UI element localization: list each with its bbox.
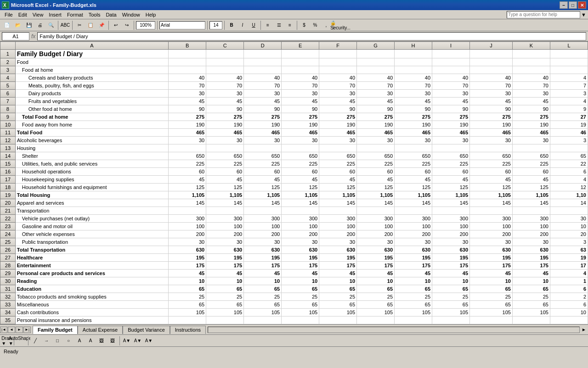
- col-header-l[interactable]: L: [550, 42, 588, 50]
- cell-value[interactable]: 650: [282, 152, 319, 160]
- cell-value[interactable]: 190: [470, 121, 513, 129]
- cell-value[interactable]: 45: [319, 270, 357, 277]
- cell-value[interactable]: 175: [357, 262, 395, 270]
- cell-value[interactable]: 4: [550, 270, 588, 277]
- cell-value[interactable]: [432, 144, 470, 152]
- cell-value[interactable]: 30: [357, 90, 395, 98]
- cell-value[interactable]: 70: [512, 82, 550, 90]
- cell-label[interactable]: Household operations: [15, 168, 168, 176]
- cell-label[interactable]: Total Food at home: [15, 113, 168, 121]
- close-button[interactable]: ✕: [578, 1, 586, 9]
- cell-value[interactable]: 70: [432, 82, 470, 90]
- wordart-tool[interactable]: A: [85, 336, 96, 345]
- cell-value[interactable]: [319, 50, 357, 58]
- cell-value[interactable]: 145: [357, 199, 395, 207]
- cell-value[interactable]: 145: [512, 199, 550, 207]
- menu-help[interactable]: Help: [143, 11, 159, 18]
- cell-value[interactable]: 190: [395, 121, 432, 129]
- cell-value[interactable]: 65: [169, 301, 206, 309]
- cell-value[interactable]: 60: [357, 168, 395, 176]
- cell-value[interactable]: [395, 207, 432, 215]
- cell-value[interactable]: 65: [470, 301, 513, 309]
- cell-value[interactable]: [470, 58, 513, 66]
- cell-value[interactable]: [512, 316, 550, 324]
- cell-value[interactable]: 60: [319, 168, 357, 176]
- cell-value[interactable]: 145: [244, 199, 282, 207]
- cell-value[interactable]: 30: [470, 137, 513, 144]
- cell-label[interactable]: Alcoholic beverages: [15, 137, 168, 144]
- cell-value[interactable]: 650: [432, 152, 470, 160]
- print-preview-button[interactable]: 🔍: [46, 21, 56, 30]
- cell-value[interactable]: 105: [206, 309, 244, 316]
- picture-tool[interactable]: 🖼: [107, 336, 118, 345]
- tab-next-button[interactable]: ►: [16, 327, 23, 333]
- cell-value[interactable]: 300: [432, 215, 470, 223]
- cell-value[interactable]: 65: [512, 301, 550, 309]
- horizontal-scrollbar[interactable]: [208, 327, 580, 333]
- cell-value[interactable]: 25: [244, 293, 282, 301]
- cell-value[interactable]: [470, 66, 513, 74]
- cell-value[interactable]: 190: [357, 121, 395, 129]
- cell-label[interactable]: Education: [15, 285, 168, 293]
- cell-value[interactable]: 175: [470, 262, 513, 270]
- cell-value[interactable]: [282, 316, 319, 324]
- cell-value[interactable]: [550, 316, 588, 324]
- underline-button[interactable]: U: [249, 21, 259, 30]
- cell-value[interactable]: 60: [470, 168, 513, 176]
- cell-value[interactable]: 190: [169, 121, 206, 129]
- ask-input[interactable]: [507, 11, 580, 18]
- cell-value[interactable]: 105: [244, 309, 282, 316]
- cell-value[interactable]: 105: [395, 309, 432, 316]
- cell-value[interactable]: 465: [282, 129, 319, 137]
- col-header-k[interactable]: K: [512, 42, 550, 50]
- cell-value[interactable]: 465: [244, 129, 282, 137]
- cell-value[interactable]: 200: [470, 230, 513, 238]
- cell-value[interactable]: 30: [206, 137, 244, 144]
- cell-value[interactable]: 30: [282, 90, 319, 98]
- cell-value[interactable]: 465: [206, 129, 244, 137]
- cell-value[interactable]: 1,105: [395, 191, 432, 199]
- col-header-d[interactable]: D: [244, 42, 282, 50]
- cell-value[interactable]: 12: [550, 184, 588, 191]
- cell-value[interactable]: 10: [395, 277, 432, 285]
- cell-value[interactable]: 465: [357, 129, 395, 137]
- percent-button[interactable]: %: [310, 21, 320, 30]
- cell-value[interactable]: 30: [432, 90, 470, 98]
- cell-value[interactable]: 175: [512, 262, 550, 270]
- cell-value[interactable]: [395, 316, 432, 324]
- cell-label[interactable]: Shelter: [15, 152, 168, 160]
- cell-value[interactable]: 630: [244, 246, 282, 254]
- cell-value[interactable]: 45: [395, 176, 432, 184]
- cell-value[interactable]: 7: [550, 82, 588, 90]
- cell-value[interactable]: 650: [395, 152, 432, 160]
- cell-value[interactable]: 300: [395, 215, 432, 223]
- cell-value[interactable]: [206, 144, 244, 152]
- cell-value[interactable]: 65: [550, 152, 588, 160]
- cell-value[interactable]: 225: [282, 160, 319, 168]
- menu-file[interactable]: File: [2, 11, 16, 18]
- cell-label[interactable]: Apparel and services: [15, 199, 168, 207]
- cell-value[interactable]: 17: [550, 262, 588, 270]
- cell-value[interactable]: 40: [470, 74, 513, 82]
- cell-value[interactable]: [169, 50, 206, 58]
- cell-value[interactable]: 100: [395, 223, 432, 230]
- cell-value[interactable]: 25: [470, 293, 513, 301]
- line-color-button[interactable]: A▼: [133, 336, 143, 345]
- cell-label[interactable]: Cash contributions: [15, 309, 168, 316]
- cell-value[interactable]: 105: [282, 309, 319, 316]
- cell-value[interactable]: 70: [206, 82, 244, 90]
- cell-value[interactable]: 45: [169, 270, 206, 277]
- cell-value[interactable]: 45: [512, 176, 550, 184]
- cell-value[interactable]: [550, 207, 588, 215]
- cell-value[interactable]: [357, 207, 395, 215]
- col-header-h[interactable]: H: [395, 42, 432, 50]
- cell-value[interactable]: 40: [357, 74, 395, 82]
- cell-value[interactable]: 30: [244, 238, 282, 246]
- cell-value[interactable]: 195: [282, 254, 319, 262]
- cell-value[interactable]: [470, 316, 513, 324]
- cell-value[interactable]: 30: [244, 90, 282, 98]
- cell-label[interactable]: Food at home: [15, 66, 168, 74]
- textbox-tool[interactable]: A: [74, 336, 85, 345]
- cell-value[interactable]: 60: [206, 168, 244, 176]
- cell-value[interactable]: 125: [244, 184, 282, 191]
